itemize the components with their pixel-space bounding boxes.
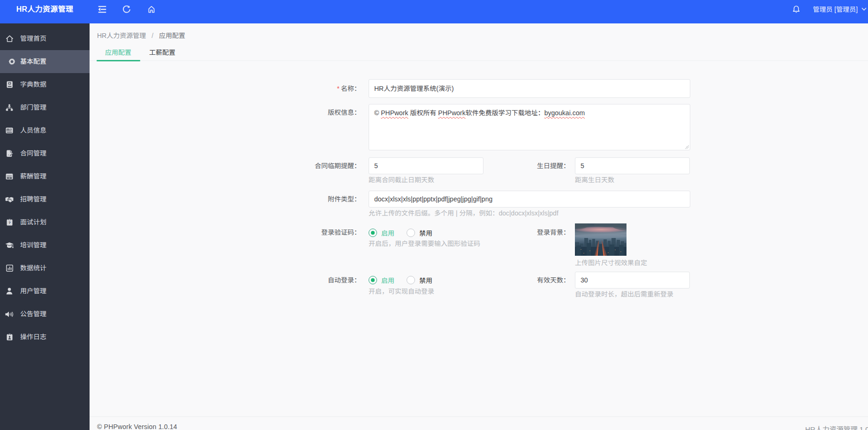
svg-text:?: ?: [8, 221, 11, 225]
